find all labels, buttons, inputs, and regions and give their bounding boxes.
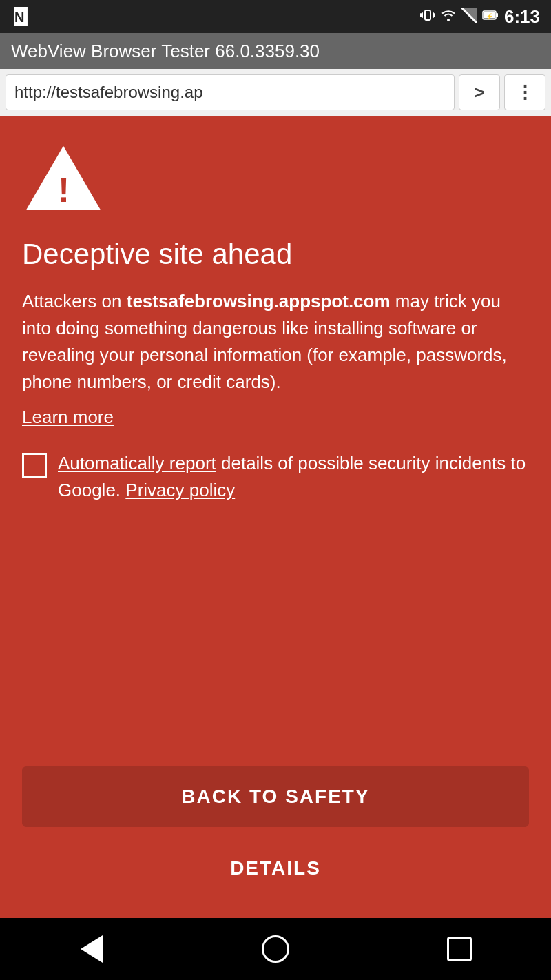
status-bar-left: N (11, 7, 30, 26)
checkbox-row: Automatically report details of possible… (22, 450, 529, 504)
no-signal-icon (461, 8, 477, 26)
details-button[interactable]: DETAILS (22, 838, 529, 899)
home-nav-icon (262, 935, 289, 963)
warning-triangle-icon: ! (22, 143, 105, 212)
warning-site-name: testsafebrowsing.appspot.com (127, 291, 391, 312)
svg-text:⚡: ⚡ (486, 12, 494, 21)
back-nav-icon (81, 935, 103, 963)
vibrate-icon (420, 8, 435, 26)
back-nav-button[interactable] (71, 928, 112, 970)
url-input[interactable] (6, 74, 455, 110)
back-to-safety-button[interactable]: BACK TO SAFETY (22, 766, 529, 827)
recents-nav-icon (447, 937, 472, 961)
warning-page: ! Deceptive site ahead Attackers on test… (0, 116, 551, 918)
svg-rect-2 (425, 10, 430, 20)
warning-body-prefix: Attackers on (22, 291, 127, 312)
spacer (22, 520, 529, 766)
browser-toolbar: WebView Browser Tester 66.0.3359.30 (0, 33, 551, 69)
browser-title: WebView Browser Tester 66.0.3359.30 (6, 41, 325, 62)
home-nav-button[interactable] (255, 928, 296, 970)
svg-text:N: N (14, 10, 24, 25)
svg-text:!: ! (58, 171, 70, 210)
learn-more-link[interactable]: Learn more (22, 407, 529, 428)
wifi-icon (441, 9, 456, 25)
forward-button[interactable]: > (459, 74, 500, 110)
status-bar-right: ⚡ 6:13 (420, 6, 540, 28)
menu-button[interactable]: ⋮ (504, 74, 545, 110)
warning-icon-area: ! (22, 143, 529, 215)
warning-body: Attackers on testsafebrowsing.appspot.co… (22, 288, 529, 396)
n-logo-icon: N (11, 7, 30, 26)
auto-report-link[interactable]: Automatically report (58, 453, 216, 473)
battery-icon: ⚡ (482, 9, 499, 25)
warning-title: Deceptive site ahead (22, 237, 529, 272)
nav-bar (0, 918, 551, 980)
svg-rect-11 (496, 13, 498, 17)
status-time: 6:13 (504, 6, 540, 28)
auto-report-checkbox[interactable] (22, 453, 47, 478)
url-bar-row: > ⋮ (0, 69, 551, 116)
privacy-policy-link[interactable]: Privacy policy (125, 480, 235, 500)
recents-nav-button[interactable] (439, 928, 480, 970)
checkbox-label: Automatically report details of possible… (58, 450, 529, 504)
status-bar: N (0, 0, 551, 33)
